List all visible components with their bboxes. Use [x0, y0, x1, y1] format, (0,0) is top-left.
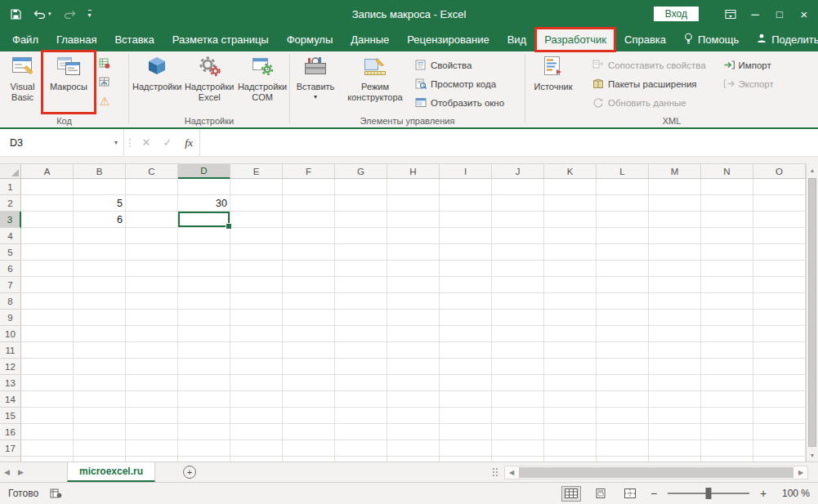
- cell-E16[interactable]: [230, 424, 283, 440]
- cell-I5[interactable]: [440, 244, 492, 261]
- cell-A6[interactable]: [21, 261, 74, 277]
- row-header-11[interactable]: 11: [0, 342, 21, 359]
- cell-A4[interactable]: [21, 228, 74, 244]
- cell-D13[interactable]: [178, 375, 230, 391]
- cell-A7[interactable]: [21, 277, 74, 293]
- cell-K16[interactable]: [544, 424, 597, 440]
- cell-L16[interactable]: [597, 424, 649, 440]
- cell-A15[interactable]: [21, 408, 74, 424]
- cell-N11[interactable]: [701, 342, 753, 359]
- row-header-9[interactable]: 9: [0, 310, 21, 326]
- zoom-slider-handle[interactable]: [706, 488, 712, 499]
- cell-O14[interactable]: [753, 391, 806, 408]
- cell-O9[interactable]: [753, 310, 806, 326]
- cell-E8[interactable]: [230, 293, 283, 310]
- cell-B4[interactable]: [74, 228, 126, 244]
- cell-G6[interactable]: [335, 261, 387, 277]
- cell-F3[interactable]: [283, 212, 335, 228]
- cell-H10[interactable]: [387, 326, 440, 342]
- cell-L6[interactable]: [597, 261, 649, 277]
- row-header-7[interactable]: 7: [0, 277, 21, 293]
- cell-F7[interactable]: [283, 277, 335, 293]
- cell-E6[interactable]: [230, 261, 283, 277]
- cell-O10[interactable]: [753, 326, 806, 342]
- cell-A8[interactable]: [21, 293, 74, 310]
- cell-L5[interactable]: [597, 244, 649, 261]
- cell-J5[interactable]: [492, 244, 544, 261]
- cell-B5[interactable]: [74, 244, 126, 261]
- zoom-in-button[interactable]: +: [759, 487, 767, 500]
- map-properties-button[interactable]: Сопоставить свойства: [590, 56, 708, 74]
- cell-M16[interactable]: [649, 424, 701, 440]
- cell-F6[interactable]: [283, 261, 335, 277]
- cell-C17[interactable]: [126, 440, 178, 457]
- cell-J16[interactable]: [492, 424, 544, 440]
- cell-E4[interactable]: [230, 228, 283, 244]
- insert-control-button[interactable]: Вставить ▾: [293, 53, 337, 111]
- cell-N16[interactable]: [701, 424, 753, 440]
- cell-I14[interactable]: [440, 391, 492, 408]
- cell-K5[interactable]: [544, 244, 597, 261]
- cell-H2[interactable]: [387, 195, 440, 212]
- cell-E9[interactable]: [230, 310, 283, 326]
- cell-O11[interactable]: [753, 342, 806, 359]
- cell-D12[interactable]: [178, 359, 230, 375]
- cell-C12[interactable]: [126, 359, 178, 375]
- cell-J1[interactable]: [492, 179, 544, 195]
- tab-review[interactable]: Рецензирование: [398, 28, 498, 51]
- cell-A2[interactable]: [21, 195, 74, 212]
- cell-O1[interactable]: [753, 179, 806, 195]
- name-box-dropdown-icon[interactable]: ▾: [114, 139, 118, 146]
- col-header-G[interactable]: G: [335, 164, 387, 179]
- vertical-scrollbar[interactable]: ▲ ▼: [806, 163, 818, 462]
- cell-N4[interactable]: [701, 228, 753, 244]
- cell-M15[interactable]: [649, 408, 701, 424]
- sheet-tab-microexcel[interactable]: microexcel.ru: [67, 462, 155, 482]
- cell-I8[interactable]: [440, 293, 492, 310]
- cell-G1[interactable]: [335, 179, 387, 195]
- cell-O2[interactable]: [753, 195, 806, 212]
- cell-N12[interactable]: [701, 359, 753, 375]
- tab-insert[interactable]: Вставка: [105, 28, 163, 51]
- tab-file[interactable]: Файл: [3, 28, 47, 51]
- com-addins-button[interactable]: Надстройки COM: [237, 53, 288, 111]
- run-dialog-button[interactable]: Отобразить окно: [413, 94, 507, 111]
- cell-I13[interactable]: [440, 375, 492, 391]
- cell-I16[interactable]: [440, 424, 492, 440]
- cell-F17[interactable]: [283, 440, 335, 457]
- cell-B17[interactable]: [74, 440, 126, 457]
- cell-D3[interactable]: [178, 212, 230, 228]
- cell-K1[interactable]: [544, 179, 597, 195]
- cell-N7[interactable]: [701, 277, 753, 293]
- cell-O15[interactable]: [753, 408, 806, 424]
- cell-G15[interactable]: [335, 408, 387, 424]
- col-header-L[interactable]: L: [597, 164, 649, 179]
- cell-M12[interactable]: [649, 359, 701, 375]
- row-header-14[interactable]: 14: [0, 391, 21, 408]
- view-code-button[interactable]: Просмотр кода: [413, 75, 507, 92]
- cell-D9[interactable]: [178, 310, 230, 326]
- cell-H1[interactable]: [387, 179, 440, 195]
- cell-H3[interactable]: [387, 212, 440, 228]
- cell-B9[interactable]: [74, 310, 126, 326]
- cell-H14[interactable]: [387, 391, 440, 408]
- cell-K8[interactable]: [544, 293, 597, 310]
- record-macro-button[interactable]: [96, 55, 114, 72]
- select-all-corner[interactable]: [0, 164, 21, 179]
- cell-L11[interactable]: [597, 342, 649, 359]
- cell-O12[interactable]: [753, 359, 806, 375]
- cell-C8[interactable]: [126, 293, 178, 310]
- cell-D1[interactable]: [178, 179, 230, 195]
- cell-O17[interactable]: [753, 440, 806, 457]
- cell-K9[interactable]: [544, 310, 597, 326]
- cell-E15[interactable]: [230, 408, 283, 424]
- expansion-packs-button[interactable]: Пакеты расширения: [590, 75, 708, 92]
- cell-L13[interactable]: [597, 375, 649, 391]
- cell-J8[interactable]: [492, 293, 544, 310]
- row-header-13[interactable]: 13: [0, 375, 21, 391]
- cell-D10[interactable]: [178, 326, 230, 342]
- cell-H9[interactable]: [387, 310, 440, 326]
- cell-M1[interactable]: [649, 179, 701, 195]
- cell-I7[interactable]: [440, 277, 492, 293]
- scroll-up-button[interactable]: ▲: [810, 163, 816, 176]
